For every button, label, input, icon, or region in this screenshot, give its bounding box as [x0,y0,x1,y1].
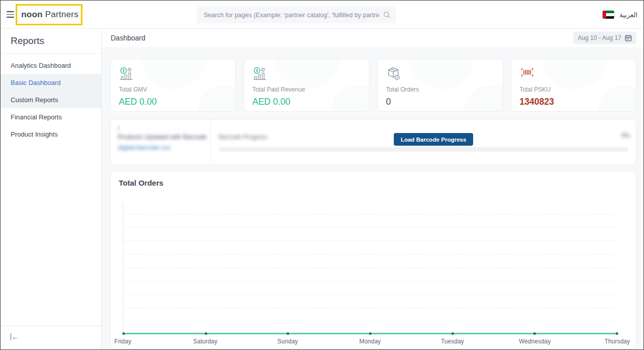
load-barcode-progress-button[interactable]: Load Barcode Progress [394,133,474,146]
chart-plot-area [123,202,617,334]
date-range-label: Aug 10 - Aug 17 [578,34,621,41]
sidebar-item-basic-dashboard[interactable]: Basic Dashboard [1,74,101,91]
orders-package-icon [386,66,494,81]
stat-label: Total Paid Revenue [252,86,360,93]
psku-barcode-icon [520,66,628,81]
sidebar-item-label: Analytics Dashboard [11,62,71,69]
sidebar-title: Reports [1,29,101,54]
x-axis-tick: Saturday [193,338,217,345]
search-input[interactable] [197,12,383,19]
language-switcher[interactable]: العربية [603,1,637,29]
data-point[interactable] [122,332,125,335]
blurred-text: / [118,125,203,131]
chart-data-points [122,332,618,335]
sidebar-item-label: Basic Dashboard [11,79,61,86]
stat-label: Total PSKU [520,86,628,93]
sidebar-footer: ← [1,326,101,349]
stat-value: 1340823 [520,97,628,107]
stat-value: 0 [386,97,494,107]
main-area: Dashboard Aug 10 - Aug 17 [102,29,643,349]
app-window: noon Partners العربية Reports Analytics … [0,0,644,350]
stat-cards-row: Total GMV AED 0.00 Total Paid [110,59,636,112]
stat-value: AED 0.00 [252,97,360,107]
sidebar: Reports Analytics Dashboard Basic Dashbo… [1,29,102,349]
total-orders-chart-card: Total Orders [110,171,636,349]
search-icon[interactable] [383,11,396,19]
dashboard-content: Total GMV AED 0.00 Total Paid [102,47,643,349]
search-bar [197,7,396,23]
blurred-progress-value: 0% [621,132,630,139]
page-title: Dashboard [111,34,146,42]
brand-logo-bold: noon [21,10,42,19]
x-axis-tick: Sunday [278,338,298,345]
barcode-progress-card: / Products Updated with Barcode digital-… [110,119,636,165]
stat-card-total-orders: Total Orders 0 [378,59,503,112]
sidebar-item-custom-reports[interactable]: Custom Reports [1,91,101,108]
collapse-sidebar-icon[interactable]: ← [11,333,19,340]
sidebar-item-financial-reports[interactable]: Financial Reports [1,108,101,125]
date-range-picker[interactable]: Aug 10 - Aug 17 [573,32,636,44]
data-point[interactable] [616,332,618,335]
sidebar-item-analytics-dashboard[interactable]: Analytics Dashboard [1,57,101,74]
x-axis-tick: Monday [359,338,381,345]
stat-label: Total GMV [119,86,227,93]
revenue-chart-icon [252,66,360,81]
chart-title: Total Orders [111,171,636,187]
topbar: noon Partners العربية [1,1,643,29]
x-axis-tick: Friday [114,338,131,345]
stat-label: Total Orders [386,86,494,93]
data-point[interactable] [533,332,536,335]
blurred-barcode-link[interactable]: digital-barcode.csv [118,144,203,151]
data-point[interactable] [451,332,454,335]
sidebar-item-label: Financial Reports [11,113,62,121]
stat-card-total-psku: Total PSKU 1340823 [511,59,636,112]
blurred-barcode-label: Products Updated with Barcode [118,134,203,141]
data-point[interactable] [205,332,207,335]
barcode-progress-bar [219,147,629,152]
sidebar-item-label: Product Insights [11,130,58,138]
stat-card-total-gmv: Total GMV AED 0.00 [110,59,236,112]
stat-card-total-paid-revenue: Total Paid Revenue AED 0.00 [244,59,369,112]
language-label: العربية [619,11,637,19]
uae-flag-icon [603,11,614,19]
barcode-info-column: / Products Updated with Barcode digital-… [111,120,211,164]
brand-logo-regular: Partners [42,10,78,19]
sidebar-item-product-insights[interactable]: Product Insights [1,125,101,143]
menu-icon[interactable] [7,11,14,18]
data-point[interactable] [369,332,372,335]
barcode-progress-column: Barcode Progress Load Barcode Progress 0… [211,120,636,164]
stat-value: AED 0.00 [119,97,227,107]
calendar-icon [625,34,632,41]
main-header: Dashboard Aug 10 - Aug 17 [102,29,643,47]
sidebar-nav: Analytics Dashboard Basic Dashboard Cust… [1,54,101,143]
x-axis-tick: Thursday [605,338,630,345]
blurred-progress-label: Barcode Progress [219,134,267,141]
x-axis-tick: Tuesday [441,338,464,345]
brand-logo[interactable]: noon Partners [21,10,78,20]
data-point[interactable] [287,332,289,335]
chart-x-axis-labels: Friday Saturday Sunday Monday Tuesday We… [123,338,617,346]
x-axis-tick: Wednesday [519,338,550,345]
brand-highlight-box: noon Partners [16,4,82,25]
sidebar-item-label: Custom Reports [11,96,58,104]
gmv-chart-icon [119,66,227,81]
